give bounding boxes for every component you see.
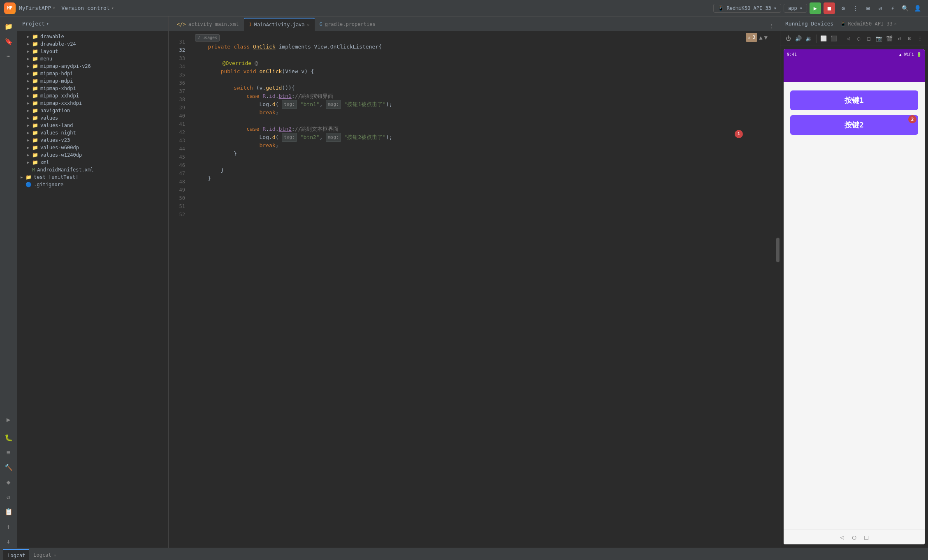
tab-java-icon: J [249, 22, 252, 28]
tree-item-values-night[interactable]: ▶ 📁 values-night [17, 129, 168, 137]
sidebar-up-icon[interactable]: ↑ [2, 520, 15, 533]
tree-item-values-w1240dp[interactable]: ▶ 📁 values-w1240dp [17, 151, 168, 159]
code-content[interactable]: 2 usages 32 private class OnClick implem… [188, 31, 776, 548]
tree-arrow: ▶ [27, 86, 32, 90]
rotate-btn[interactable]: ↺ [895, 33, 904, 44]
refactor-button[interactable]: ↺ [875, 2, 886, 14]
sidebar-project-icon[interactable]: 📁 [2, 20, 15, 33]
sidebar-diamond-icon[interactable]: ◆ [2, 475, 15, 488]
logcat-tab[interactable]: Logcat [3, 549, 29, 560]
tree-item-mipmap-hdpi[interactable]: ▶ 📁 mipmap-hdpi [17, 70, 168, 77]
app-name[interactable]: MyFirstAPP [19, 5, 51, 11]
tree-item-mipmap-anydpi[interactable]: ▶ 📁 mipmap-anydpi-v26 [17, 62, 168, 70]
tab-gradle[interactable]: G gradle.properties [315, 18, 380, 31]
tree-item-androidmanifest[interactable]: ▶ M AndroidManifest.xml [17, 166, 168, 174]
tree-arrow: ▶ [27, 101, 32, 105]
device-tab-redmik50[interactable]: 📱 RedmiK50 API 33 ✕ [837, 20, 900, 28]
logcat-label: Logcat [7, 553, 25, 558]
tree-item-values-v23[interactable]: ▶ 📁 values-v23 [17, 137, 168, 144]
logcat-tab-close[interactable]: ✕ [54, 553, 56, 558]
project-header[interactable]: Project ▾ [17, 16, 168, 31]
tree-item-drawable[interactable]: ▶ 📁 drawable [17, 33, 168, 40]
folder-icon: 📁 [32, 78, 38, 84]
nav-home[interactable]: ○ [852, 533, 856, 541]
tab-mainactivity[interactable]: J MainActivity.java ✕ [244, 18, 315, 31]
volume-down-btn[interactable]: 🔉 [804, 33, 814, 44]
screencast-btn[interactable]: 🎬 [884, 33, 894, 44]
app-chevron: ▾ [800, 5, 803, 11]
device-button-1[interactable]: 按键1 [790, 90, 918, 110]
sidebar-run-icon[interactable]: ▶ [2, 413, 15, 426]
tree-item-layout[interactable]: ▶ 📁 layout [17, 48, 168, 55]
sidebar-structure-icon[interactable]: ≡ [2, 446, 15, 459]
tab-close-mainactivity[interactable]: ✕ [307, 23, 310, 27]
running-devices-title: Running Devices [785, 21, 833, 27]
logcat-tab-2[interactable]: Logcat ✕ [29, 549, 60, 560]
tree-arrow: ▶ [27, 42, 32, 46]
editor-tab-menu[interactable]: ⋮ [767, 21, 777, 31]
sidebar-build-icon[interactable]: 🔨 [2, 460, 15, 474]
nav-back[interactable]: ◁ [840, 533, 844, 541]
folder-icon: 📁 [26, 174, 32, 180]
back-btn[interactable]: ◁ [844, 33, 853, 44]
sidebar-logcat-icon[interactable]: 📋 [2, 505, 15, 518]
tree-item-gitignore[interactable]: ▶ 🔵 .gitignore [17, 181, 168, 188]
main-layout: 📁 🔖 ⋯ ▶ 🐛 ≡ 🔨 ◆ ↺ 📋 ↑ ↓ Project ▾ ▶ 📁 dr… [0, 16, 928, 548]
settings-button[interactable]: ⚙ [838, 2, 849, 14]
tree-item-test[interactable]: ▶ 📁 test [unitTest] [17, 174, 168, 181]
tree-arrow: ▶ [27, 57, 32, 61]
recents-btn[interactable]: □ [864, 33, 874, 44]
device-button-2[interactable]: 按键2 [790, 115, 918, 135]
tree-item-menu[interactable]: ▶ 📁 menu [17, 55, 168, 62]
app-selector[interactable]: app ▾ [784, 4, 807, 13]
tree-item-mipmap-xxhdpi[interactable]: ▶ 📁 mipmap-xxhdpi [17, 92, 168, 100]
device-content: 按键1 按键2 [784, 82, 925, 530]
tree-item-mipmap-xhdpi[interactable]: ▶ 📁 mipmap-xhdpi [17, 85, 168, 92]
warning-down-btn[interactable]: ▼ [764, 33, 768, 42]
folder-icon: 📁 [32, 56, 38, 62]
warning-up-btn[interactable]: ▲ [759, 33, 762, 42]
more-actions-button[interactable]: ⋮ [850, 2, 861, 14]
scrollbar-thumb[interactable] [776, 238, 780, 262]
home-btn[interactable]: ○ [854, 33, 863, 44]
version-control-btn[interactable]: Version control [61, 5, 109, 11]
sidebar-down-icon[interactable]: ↓ [2, 535, 15, 548]
folder-icon: 📁 [32, 123, 38, 128]
editor-scrollbar[interactable] [776, 31, 780, 548]
portrait-btn[interactable]: ⬜ [819, 33, 828, 44]
sidebar-bookmarks-icon[interactable]: 🔖 [2, 35, 15, 48]
tree-item-drawable-v24[interactable]: ▶ 📁 drawable-v24 [17, 40, 168, 48]
tree-item-values[interactable]: ▶ 📁 values [17, 114, 168, 122]
device-icons: ▲ WiFi 🔋 [899, 52, 921, 57]
tree-item-values-land[interactable]: ▶ 📁 values-land [17, 122, 168, 129]
search-button[interactable]: 🔍 [899, 2, 911, 14]
tree-item-xml[interactable]: ▶ 📁 xml [17, 159, 168, 166]
tree-item-values-w600dp[interactable]: ▶ 📁 values-w600dp [17, 144, 168, 151]
screenshot-btn[interactable]: 📷 [875, 33, 884, 44]
power-btn[interactable]: ⏻ [784, 33, 793, 44]
device-status-bar: 9:41 ▲ WiFi 🔋 [784, 49, 925, 59]
device-screen: 9:41 ▲ WiFi 🔋 按键1 按键2 ◁ ○ □ 2 [784, 49, 925, 544]
nav-recents[interactable]: □ [864, 533, 868, 541]
tree-item-mipmap-xxxhdpi[interactable]: ▶ 📁 mipmap-xxxhdpi [17, 100, 168, 107]
device-selector[interactable]: 📱 RedmiK50 API 33 ▾ [713, 4, 781, 13]
sidebar-debug-icon[interactable]: 🐛 [2, 431, 15, 444]
titlebar: MF MyFirstAPP ▾ Version control ▾ 📱 Redm… [0, 0, 928, 16]
tab-activity-main[interactable]: </> activity_main.xml [172, 18, 244, 31]
landscape-btn[interactable]: ⬛ [829, 33, 838, 44]
stop-button[interactable]: ■ [824, 2, 835, 14]
layout-button[interactable]: ⊞ [862, 2, 874, 14]
vcs-button[interactable]: ⚡ [887, 2, 898, 14]
profile-button[interactable]: 👤 [912, 2, 923, 14]
sidebar-refresh-icon[interactable]: ↺ [2, 490, 15, 503]
run-button[interactable]: ▶ [810, 2, 821, 14]
tree-item-navigation[interactable]: ▶ 📁 navigation [17, 107, 168, 114]
manifest-icon: M [32, 167, 35, 173]
fold-btn[interactable]: ⊡ [905, 33, 914, 44]
volume-up-btn[interactable]: 🔊 [794, 33, 803, 44]
tree-item-mipmap-mdpi[interactable]: ▶ 📁 mipmap-mdpi [17, 77, 168, 85]
sidebar-more-icon[interactable]: ⋯ [2, 49, 15, 62]
more-btn[interactable]: ⋮ [915, 33, 925, 44]
device-tab-close[interactable]: ✕ [894, 21, 897, 26]
code-line-47: } [195, 166, 776, 174]
